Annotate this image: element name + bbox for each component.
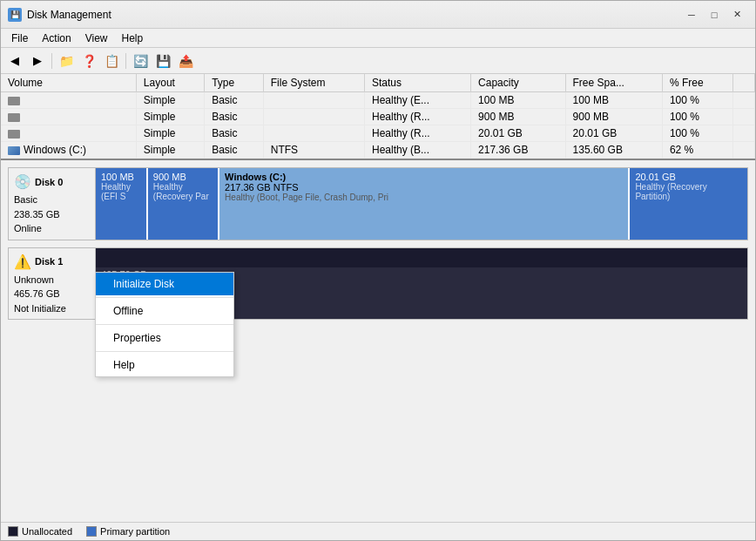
disk0-partition-windows[interactable]: Windows (C:) 217.36 GB NTFS Healthy (Boo… <box>219 168 630 240</box>
save-button[interactable]: 💾 <box>152 51 173 71</box>
cell-free: 20.01 GB <box>565 125 662 142</box>
maximize-button[interactable]: □ <box>703 6 726 24</box>
cell-type: Basic <box>205 109 264 125</box>
cell-free: 135.60 GB <box>565 142 662 159</box>
disk1-dark-header <box>96 248 747 267</box>
cell-volume <box>1 109 136 125</box>
cell-capacity: 217.36 GB <box>471 142 565 159</box>
cell-status: Healthy (R... <box>364 109 470 125</box>
legend-bar: Unallocated Primary partition <box>1 522 755 540</box>
toolbar-separator-1 <box>51 53 52 69</box>
toolbar: ◀ ▶ 📁 ❓ 📋 🔄 💾 📤 <box>1 48 755 74</box>
disk0-partition-efi[interactable]: 100 MB Healthy (EFI S <box>96 168 148 240</box>
col-layout[interactable]: Layout <box>136 74 204 92</box>
properties-button[interactable]: 📋 <box>101 51 122 71</box>
cell-volume <box>1 92 136 109</box>
disk0-partition-recovery1[interactable]: 900 MB Healthy (Recovery Par <box>148 168 219 240</box>
ctx-separator-1 <box>96 297 233 298</box>
legend-primary-label: Primary partition <box>100 526 170 537</box>
ctx-properties[interactable]: Properties <box>96 327 233 349</box>
menu-bar: File Action View Help <box>1 29 755 48</box>
cell-status: Healthy (R... <box>364 125 470 142</box>
col-capacity[interactable]: Capacity <box>471 74 565 92</box>
disk0-partition-recovery2[interactable]: 20.01 GB Healthy (Recovery Partition) <box>630 168 747 240</box>
menu-help[interactable]: Help <box>115 30 151 45</box>
disk0-partitions: 100 MB Healthy (EFI S 900 MB Healthy (Re… <box>95 167 748 240</box>
cell-type: Basic <box>205 125 264 142</box>
app-icon: 💾 <box>8 8 22 22</box>
window-controls: ─ □ ✕ <box>680 6 748 24</box>
menu-action[interactable]: Action <box>35 30 78 45</box>
partition-size: 100 MB <box>101 172 141 182</box>
col-status[interactable]: Status <box>364 74 470 92</box>
menu-view[interactable]: View <box>78 30 115 45</box>
window-title: Disk Management <box>27 9 111 21</box>
partition-status: Healthy (Boot, Page File, Crash Dump, Pr… <box>225 193 623 202</box>
cell-volume <box>1 125 136 142</box>
disk-view-area: 💿 Disk 0 Basic 238.35 GB Online 100 MB H… <box>1 160 755 522</box>
toolbar-separator-2 <box>125 53 126 69</box>
col-extra <box>733 74 755 92</box>
cell-capacity: 100 MB <box>471 92 565 109</box>
table-row[interactable]: Simple Basic Healthy (E... 100 MB 100 MB… <box>1 92 755 109</box>
cell-layout: Simple <box>136 92 204 109</box>
disk0-name: Disk 0 <box>35 175 63 190</box>
col-volume[interactable]: Volume <box>1 74 136 92</box>
main-window: 💾 Disk Management ─ □ ✕ File Action View… <box>0 0 756 541</box>
cell-capacity: 900 MB <box>471 109 565 125</box>
cell-pct: 62 % <box>662 142 732 159</box>
legend-box-primary <box>86 526 97 537</box>
col-fs[interactable]: File System <box>263 74 364 92</box>
volume-table-container: Volume Layout Type File System Status Ca… <box>1 74 755 160</box>
refresh-button[interactable]: 🔄 <box>130 51 151 71</box>
disk0-label: 💿 Disk 0 Basic 238.35 GB Online <box>8 167 95 240</box>
back-button[interactable]: ◀ <box>4 51 25 71</box>
cell-free: 100 MB <box>565 92 662 109</box>
table-row[interactable]: Windows (C:) Simple Basic NTFS Healthy (… <box>1 142 755 159</box>
help-button[interactable]: ❓ <box>78 51 99 71</box>
col-pct[interactable]: % Free <box>662 74 732 92</box>
folder-button[interactable]: 📁 <box>56 51 77 71</box>
disk0-status: Online <box>14 221 90 236</box>
cell-pct: 100 % <box>662 125 732 142</box>
close-button[interactable]: ✕ <box>726 6 748 24</box>
partition-size: 217.36 GB NTFS <box>225 182 623 193</box>
ctx-initialize-disk[interactable]: Initialize Disk <box>96 273 233 295</box>
table-row[interactable]: Simple Basic Healthy (R... 900 MB 900 MB… <box>1 109 755 125</box>
partition-name: Windows (C:) <box>225 172 623 182</box>
forward-button[interactable]: ▶ <box>27 51 48 71</box>
table-row[interactable]: Simple Basic Healthy (R... 20.01 GB 20.0… <box>1 125 755 142</box>
cell-capacity: 20.01 GB <box>471 125 565 142</box>
cell-layout: Simple <box>136 125 204 142</box>
disk0-size: 238.35 GB <box>14 207 90 222</box>
disk1-size: 465.76 GB <box>14 287 90 301</box>
ctx-offline[interactable]: Offline <box>96 300 233 322</box>
title-bar: 💾 Disk Management ─ □ ✕ <box>1 1 755 29</box>
partition-status: Healthy (Recovery Par <box>153 182 213 201</box>
col-free[interactable]: Free Spa... <box>565 74 662 92</box>
legend-unallocated-label: Unallocated <box>22 526 72 537</box>
cell-status: Healthy (E... <box>364 92 470 109</box>
partition-size: 20.01 GB <box>635 172 742 182</box>
volume-table: Volume Layout Type File System Status Ca… <box>1 74 755 159</box>
export-button[interactable]: 📤 <box>175 51 196 71</box>
disk0-type: Basic <box>14 193 90 207</box>
disk1-type: Unknown <box>14 273 90 287</box>
disk1-status: Not Initialize <box>14 301 90 316</box>
cell-layout: Simple <box>136 109 204 125</box>
cell-fs <box>263 109 364 125</box>
ctx-separator-3 <box>96 351 233 352</box>
cell-type: Basic <box>205 92 264 109</box>
partition-size: 900 MB <box>153 172 213 182</box>
ctx-separator-2 <box>96 324 233 325</box>
col-type[interactable]: Type <box>205 74 264 92</box>
menu-file[interactable]: File <box>4 30 35 45</box>
minimize-button[interactable]: ─ <box>680 6 703 24</box>
title-bar-left: 💾 Disk Management <box>8 8 111 22</box>
main-content: Volume Layout Type File System Status Ca… <box>1 74 755 540</box>
cell-pct: 100 % <box>662 92 732 109</box>
cell-fs: NTFS <box>263 142 364 159</box>
legend-primary: Primary partition <box>86 526 170 537</box>
cell-free: 900 MB <box>565 109 662 125</box>
ctx-help[interactable]: Help <box>96 354 233 376</box>
